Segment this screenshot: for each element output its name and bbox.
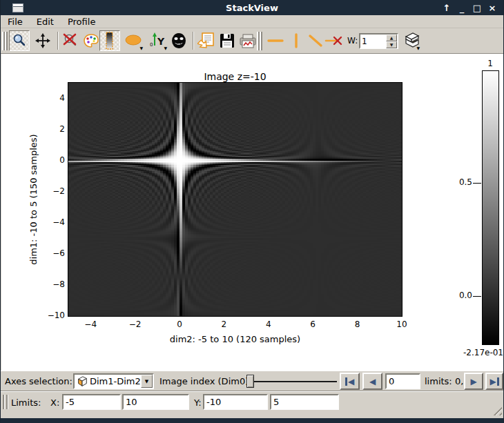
menu-bar: File Edit Profile — [1, 15, 503, 28]
slider-track[interactable] — [246, 381, 337, 382]
colormap-button[interactable] — [81, 30, 101, 51]
y-tick-label: −8 — [36, 279, 65, 289]
limits-bar-handle[interactable] — [3, 395, 8, 409]
y-tick-label: −10 — [36, 311, 65, 320]
profile-width-input[interactable] — [360, 35, 386, 48]
app-window: StackView ↑ _ □ × File Edit Profile — [0, 0, 504, 423]
toolbar-handle[interactable] — [2, 32, 8, 50]
y-limits-label: Y: — [194, 397, 202, 408]
menu-file[interactable]: File — [1, 16, 30, 28]
svg-text:0: 0 — [150, 42, 153, 48]
spin-down-icon[interactable]: ▼ — [386, 41, 397, 48]
colorbar-toggle-button[interactable] — [99, 30, 120, 51]
y-tick-label: −6 — [36, 248, 65, 258]
mask-icon — [170, 32, 188, 50]
slider-handle[interactable] — [246, 375, 254, 388]
y-min-input[interactable] — [204, 395, 266, 409]
x-min-field[interactable] — [62, 394, 121, 410]
first-arrow-icon: ◀ — [348, 377, 354, 386]
line-cross-icon — [324, 32, 344, 49]
menu-edit[interactable]: Edit — [30, 16, 61, 28]
x-tick-label: 4 — [255, 319, 282, 329]
profile-dline-button[interactable] — [305, 30, 326, 51]
diagonal-line-icon — [307, 32, 324, 49]
resize-grip[interactable] — [490, 404, 502, 415]
roi-ellipse-button[interactable]: ▼ — [124, 30, 144, 51]
y-tick-label: 4 — [36, 93, 65, 103]
axes-selection-combobox[interactable]: Dim1-Dim2 ▼ — [73, 373, 154, 389]
last-bar-icon — [497, 377, 499, 386]
next-arrow-icon: ▶ — [470, 377, 476, 386]
palette-icon — [83, 32, 99, 49]
limits-bar: Limits: X: Y: — [1, 391, 503, 418]
y-min-field[interactable] — [203, 394, 268, 410]
profile-hline-button[interactable] — [265, 30, 286, 51]
axes-selection-label: Axes selection: — [5, 376, 72, 386]
previous-frame-button[interactable]: ◀ — [362, 373, 382, 390]
next-frame-button[interactable]: ▶ — [464, 373, 483, 390]
image-index-label: Image index (Dim0): — [159, 376, 252, 386]
cube-icon — [76, 375, 88, 388]
y-max-field[interactable] — [270, 394, 339, 410]
x-tick-label: −4 — [77, 319, 104, 329]
x-tick-label: 2 — [210, 319, 238, 329]
floppy-save-icon — [219, 32, 235, 49]
colorbar-tick-mark — [473, 183, 481, 184]
shade-window-icon[interactable]: ↑ — [441, 3, 452, 13]
spin-up-icon[interactable]: ▲ — [386, 35, 397, 41]
x-min-input[interactable] — [64, 395, 119, 409]
clear-zoom-button[interactable] — [60, 30, 81, 51]
print-button[interactable] — [238, 30, 258, 51]
toolbar-separator — [57, 32, 59, 50]
y-max-input[interactable] — [271, 395, 338, 409]
x-tick-label: −2 — [122, 319, 149, 329]
menu-profile[interactable]: Profile — [61, 16, 102, 28]
toolbar: ▼ 0 Y ▼ — [1, 28, 503, 54]
horizontal-line-icon — [266, 33, 284, 48]
y-tick-label: −2 — [36, 186, 65, 196]
y-tick-label: −4 — [36, 217, 65, 227]
dropdown-arrow-icon: ▼ — [164, 46, 167, 50]
profile-width-spinbox[interactable]: ▲ ▼ — [359, 33, 398, 49]
last-frame-button[interactable]: ▶ — [485, 373, 503, 390]
profile-vline-button[interactable] — [286, 30, 307, 51]
volume-view-button[interactable]: ▼ — [400, 30, 421, 51]
profile-width-label: W: — [347, 36, 358, 46]
x-tick-label: 8 — [344, 319, 371, 329]
zoom-button[interactable] — [9, 30, 30, 51]
close-icon[interactable]: × — [487, 3, 498, 13]
copy-button[interactable] — [196, 30, 217, 51]
image-index-slider[interactable] — [246, 374, 337, 388]
toolbar-handle[interactable] — [257, 32, 262, 50]
limits-label: Limits: — [11, 397, 41, 408]
y-tick-label: 2 — [36, 124, 65, 134]
colorbar-tick-mark — [473, 296, 481, 297]
copy-icon — [197, 32, 215, 50]
dropdown-arrow-icon: ▼ — [139, 46, 143, 50]
colorbar-tick-label: 0.0 — [449, 291, 472, 300]
save-button[interactable] — [217, 30, 238, 51]
image-plot[interactable] — [68, 82, 403, 317]
x-max-input[interactable] — [124, 395, 188, 409]
window-title: StackView — [1, 3, 503, 13]
mask-button[interactable] — [168, 30, 189, 51]
maximize-icon[interactable]: □ — [472, 3, 483, 13]
first-frame-button[interactable]: ◀ — [340, 373, 360, 390]
clear-profile-button[interactable] — [324, 30, 345, 51]
x-tick-label: 0 — [166, 319, 193, 329]
toolbar-separator — [193, 32, 194, 50]
colorbar — [482, 70, 499, 345]
y-scale-button[interactable]: 0 Y ▼ — [148, 30, 168, 51]
plot-title: Image z=-10 — [68, 71, 402, 82]
vertical-line-icon — [287, 32, 305, 49]
frame-index-field[interactable] — [385, 373, 420, 389]
pan-button[interactable] — [32, 30, 53, 51]
frame-index-input[interactable] — [387, 375, 419, 388]
colorbar-icon — [104, 32, 116, 50]
x-max-field[interactable] — [122, 394, 189, 410]
combo-dropdown-icon[interactable]: ▼ — [141, 375, 153, 388]
printer-icon — [239, 32, 257, 49]
minimize-icon[interactable]: _ — [456, 3, 467, 13]
last-arrow-icon: ▶ — [490, 377, 496, 386]
image-canvas[interactable] — [68, 83, 402, 316]
